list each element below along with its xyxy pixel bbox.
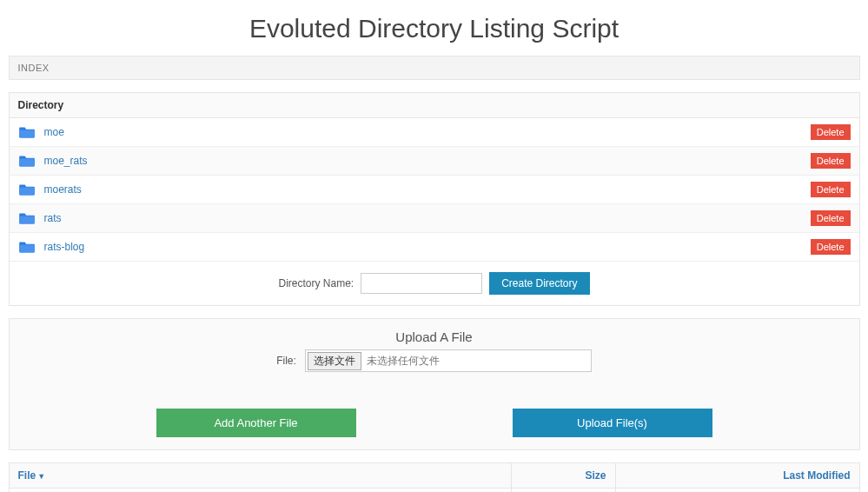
directory-link[interactable]: moe_rats: [44, 155, 88, 167]
folder-icon: [18, 240, 36, 254]
modified-header[interactable]: Last Modified: [616, 463, 859, 488]
sort-desc-icon: ▼: [37, 472, 45, 481]
folder-icon: [18, 154, 36, 168]
upload-panel: Upload A File File: 选择文件 未选择任何文件 Add Ano…: [9, 318, 860, 450]
delete-directory-button[interactable]: Delete: [811, 124, 851, 140]
directory-link[interactable]: rats-blog: [44, 241, 85, 253]
directory-heading: Directory: [10, 93, 859, 118]
no-file-text: 未选择任何文件: [367, 354, 440, 369]
create-directory-button[interactable]: Create Directory: [489, 272, 589, 295]
directory-row: moeratsDelete: [10, 176, 859, 204]
folder-icon: [18, 125, 36, 139]
delete-directory-button[interactable]: Delete: [811, 239, 851, 255]
delete-directory-button[interactable]: Delete: [811, 210, 851, 226]
directory-row: moeDelete: [10, 118, 859, 147]
file-table: File▼ Size Last Modified .zipevoluted-di…: [9, 462, 860, 492]
directory-name-label: Directory Name:: [278, 277, 354, 289]
file-header[interactable]: File▼: [18, 469, 46, 482]
page-title: Evoluted Directory Listing Script: [9, 14, 860, 43]
file-label: File:: [276, 355, 296, 367]
directory-row: rats-blogDelete: [10, 233, 859, 261]
file-size: 110.22 KB: [512, 489, 616, 492]
breadcrumb[interactable]: INDEX: [9, 56, 860, 80]
delete-directory-button[interactable]: Delete: [811, 182, 851, 197]
size-header[interactable]: Size: [512, 463, 616, 488]
directory-link[interactable]: rats: [44, 212, 62, 224]
directory-row: ratsDelete: [10, 204, 859, 233]
directory-link[interactable]: moe: [44, 126, 64, 138]
directory-panel: Directory moeDeletemoe_ratsDeletemoerats…: [9, 92, 860, 306]
upload-title: Upload A File: [18, 329, 851, 344]
upload-files-button[interactable]: Upload File(s): [513, 409, 712, 437]
file-input[interactable]: 选择文件 未选择任何文件: [305, 349, 592, 372]
add-another-file-button[interactable]: Add Another File: [156, 409, 356, 437]
folder-icon: [18, 183, 36, 196]
folder-icon: [18, 211, 36, 225]
directory-row: moe_ratsDelete: [10, 147, 859, 176]
delete-directory-button[interactable]: Delete: [811, 153, 851, 169]
directory-name-input[interactable]: [361, 273, 482, 294]
directory-link[interactable]: moerats: [44, 183, 82, 196]
file-modified: Mar 24th 2018 at 12:19pm: [616, 489, 859, 492]
create-directory-form: Directory Name: Create Directory: [10, 261, 859, 305]
choose-file-button[interactable]: 选择文件: [308, 352, 361, 370]
file-row: .zipevoluted-directory-listing-script-4.…: [10, 489, 859, 492]
